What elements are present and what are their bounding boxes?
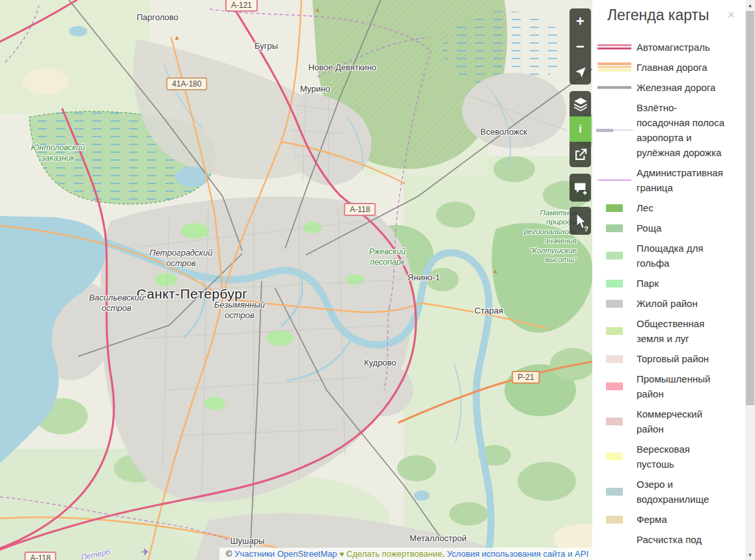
legend-item: Парк bbox=[592, 276, 745, 291]
legend-swatch-area bbox=[606, 280, 623, 287]
legend-swatch-mainroad bbox=[597, 62, 631, 72]
panel-scrollbar[interactable]: ▲ ▼ bbox=[745, 0, 755, 560]
legend-label: Вересковая пустошь bbox=[637, 442, 726, 472]
legend-label: Лес bbox=[637, 200, 726, 215]
layer-control-group: i bbox=[570, 91, 591, 167]
donate-link[interactable]: Сделать пожертвование bbox=[346, 549, 442, 559]
legend-swatch-area bbox=[606, 382, 623, 390]
road-shield: А-118 bbox=[344, 203, 376, 216]
note-control-group bbox=[570, 174, 591, 202]
scrollbar-thumb[interactable] bbox=[746, 11, 754, 405]
legend-swatch-area bbox=[606, 224, 623, 232]
legend-label: Автомагистраль bbox=[637, 40, 726, 55]
legend-swatch-area bbox=[606, 204, 623, 212]
legend-item: Ферма bbox=[592, 512, 745, 527]
legend-label: Площадка для гольфа bbox=[637, 241, 726, 271]
legend-item: Роща bbox=[592, 220, 745, 235]
legend-item: Автомагистраль bbox=[592, 40, 745, 55]
heart-icon: ♥ bbox=[339, 550, 344, 559]
road-shield: А-121 bbox=[225, 0, 258, 12]
legend-label: Общественная земля и луг bbox=[637, 316, 726, 346]
legend-swatch-railway bbox=[597, 86, 631, 89]
layers-button[interactable] bbox=[570, 91, 591, 116]
map-canvas[interactable]: ПарголовоБугрыНовое ДевяткиноМуриноВсево… bbox=[0, 0, 592, 560]
legend-label: Главная дорога bbox=[637, 60, 726, 75]
copyright-symbol: © bbox=[226, 549, 234, 559]
legend-label: Озеро и водохранилище bbox=[637, 477, 726, 507]
peak-icon: ▲ bbox=[492, 267, 499, 274]
map-label-town: Кудрово bbox=[364, 358, 396, 367]
legend-swatch-area bbox=[606, 418, 623, 425]
legend-swatch-runway bbox=[596, 129, 633, 132]
question-mark-glyph: ? bbox=[584, 225, 588, 233]
osm-app: ПарголовоБугрыНовое ДевяткиноМуриноВсево… bbox=[0, 0, 755, 560]
attribution-separator: . bbox=[442, 549, 446, 559]
legend-label: Коммерческий район bbox=[637, 407, 726, 436]
legend-item: Вересковая пустошь bbox=[592, 442, 745, 472]
map-label-island: Петроградский остров bbox=[150, 248, 213, 269]
locate-button[interactable] bbox=[570, 59, 591, 85]
legend-swatch-boundary bbox=[597, 180, 631, 181]
map-label-town: Всеволожск bbox=[480, 127, 527, 137]
terms-link[interactable]: Условия использования сайта и API bbox=[447, 549, 588, 559]
legend-swatch-none bbox=[606, 536, 623, 544]
scroll-down-icon[interactable]: ▼ bbox=[745, 550, 755, 560]
legend-item: Общественная земля и луг bbox=[592, 316, 745, 346]
locate-arrow-icon bbox=[573, 65, 588, 79]
close-icon[interactable]: × bbox=[728, 8, 735, 21]
legend-swatch-area bbox=[606, 488, 623, 496]
legend-item: Административная граница bbox=[592, 165, 745, 195]
road-shield: 41А-180 bbox=[166, 77, 207, 90]
legend-label: Административная граница bbox=[637, 165, 726, 195]
legend-item: Промышленный район bbox=[592, 371, 745, 401]
map-label-island: Безымянный остров bbox=[214, 300, 265, 321]
legend-label: Парк bbox=[637, 276, 726, 291]
legend-swatch-area bbox=[606, 516, 623, 524]
legend-item: Взлётно-посадочная полоса аэропорта и ру… bbox=[592, 100, 745, 160]
map-label-city: Санкт-Петербург bbox=[137, 287, 248, 301]
panel-title: Легенда карты bbox=[607, 7, 745, 24]
map-label-town: Парголово bbox=[137, 13, 178, 22]
legend-item: Железная дорога bbox=[592, 80, 745, 95]
road-shield: А-118 bbox=[24, 552, 56, 560]
legend-swatch-area bbox=[606, 300, 623, 308]
layers-icon bbox=[573, 96, 588, 112]
airport-icon: ✈ bbox=[141, 546, 150, 558]
legend-label: Торговый район bbox=[637, 351, 726, 366]
share-icon bbox=[573, 148, 588, 162]
map-graphics bbox=[0, 0, 592, 560]
zoom-in-button[interactable]: + bbox=[570, 8, 591, 34]
legend-item: Расчистка под bbox=[592, 532, 745, 547]
legend-label: Железная дорога bbox=[637, 80, 726, 95]
legend-label: Ферма bbox=[637, 512, 726, 527]
map-label-town: Бугры bbox=[254, 42, 278, 51]
legend-list: АвтомагистральГлавная дорогаЖелезная дор… bbox=[592, 40, 745, 547]
legend-label: Промышленный район bbox=[637, 371, 726, 401]
road-shield: Р-21 bbox=[512, 371, 540, 384]
zoom-control-group: + − bbox=[570, 8, 591, 85]
map-label-town: Шушары bbox=[230, 537, 265, 546]
map-label-island: Васильевский остров bbox=[89, 293, 144, 314]
scroll-up-icon[interactable]: ▲ bbox=[745, 0, 755, 10]
share-button[interactable] bbox=[570, 142, 591, 167]
attribution-bar: © Участники OpenStreetMap ♥ Сделать поже… bbox=[219, 548, 592, 560]
legend-item: Торговый район bbox=[592, 351, 745, 366]
legend-item: Главная дорога bbox=[592, 60, 745, 75]
contributors-link[interactable]: Участники OpenStreetMap bbox=[234, 549, 337, 559]
peak-icon: ▲ bbox=[174, 34, 180, 41]
map-label-town: Новое Девяткино bbox=[309, 63, 377, 72]
legend-swatch-area bbox=[606, 453, 623, 460]
query-control-group: ? bbox=[570, 207, 591, 235]
map-label-town: Металлострой bbox=[409, 534, 467, 543]
map-key-panel: Легенда карты × АвтомагистральГлавная до… bbox=[592, 0, 745, 560]
note-bubble-plus-icon bbox=[573, 180, 588, 196]
query-features-button[interactable]: ? bbox=[570, 207, 591, 235]
legend-label: Жилой район bbox=[637, 296, 726, 311]
zoom-out-button[interactable]: − bbox=[570, 34, 591, 59]
legend-item: Коммерческий район bbox=[592, 407, 745, 436]
map-label-town: Янино-1 bbox=[407, 273, 440, 282]
add-note-button[interactable] bbox=[570, 174, 591, 202]
legend-item: Жилой район bbox=[592, 296, 745, 311]
map-key-button[interactable]: i bbox=[570, 116, 591, 142]
legend-swatch-area bbox=[606, 355, 623, 363]
